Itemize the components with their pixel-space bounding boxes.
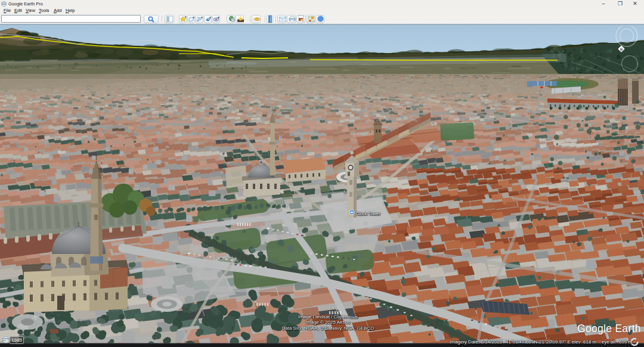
svg-text:N: N [620,48,623,51]
